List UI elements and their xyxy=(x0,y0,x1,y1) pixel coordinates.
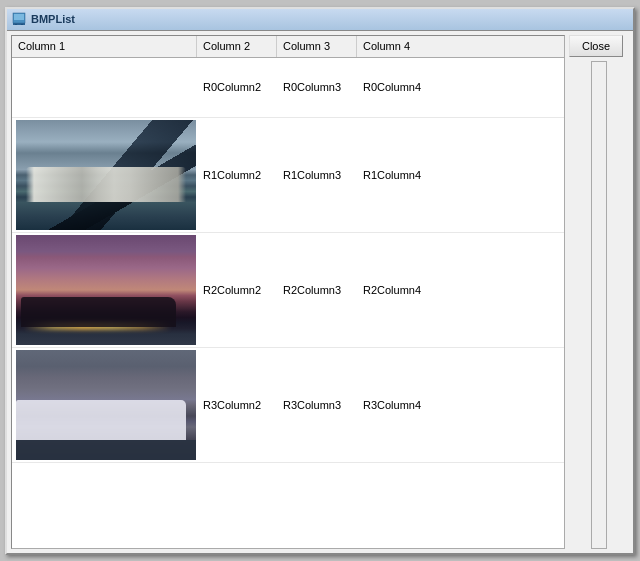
window-title: BMPList xyxy=(31,13,629,25)
row3-col1 xyxy=(12,348,197,462)
row1-col4: R1Column4 xyxy=(357,165,564,185)
bmplist-window: BMPList Column 1 Column 2 Column 3 Colum… xyxy=(5,7,635,555)
table-row: R0Column2 R0Column3 R0Column4 xyxy=(12,58,564,118)
row2-image xyxy=(16,235,196,345)
table-row: R2Column2 R2Column3 R2Column4 xyxy=(12,233,564,348)
list-body[interactable]: R0Column2 R0Column3 R0Column4 R1Column2 … xyxy=(12,58,564,548)
close-button[interactable]: Close xyxy=(569,35,623,57)
svg-rect-2 xyxy=(13,23,25,25)
table-row: R1Column2 R1Column3 R1Column4 xyxy=(12,118,564,233)
row3-image xyxy=(16,350,196,460)
row3-col3: R3Column3 xyxy=(277,395,357,415)
title-bar: BMPList xyxy=(7,9,633,31)
row2-col1 xyxy=(12,233,197,347)
row1-image xyxy=(16,120,196,230)
row2-col3: R2Column3 xyxy=(277,280,357,300)
header-col4: Column 4 xyxy=(357,36,564,57)
row1-col1 xyxy=(12,118,197,232)
content-area: Column 1 Column 2 Column 3 Column 4 R0Co… xyxy=(7,31,633,553)
row2-col2: R2Column2 xyxy=(197,280,277,300)
row0-col1 xyxy=(12,85,197,89)
header-col2: Column 2 xyxy=(197,36,277,57)
row0-col4: R0Column4 xyxy=(357,77,564,97)
table-header: Column 1 Column 2 Column 3 Column 4 xyxy=(12,36,564,58)
row1-col3: R1Column3 xyxy=(277,165,357,185)
row3-col4: R3Column4 xyxy=(357,395,564,415)
window-icon xyxy=(11,11,27,27)
svg-rect-4 xyxy=(21,24,23,25)
side-scrollbar[interactable] xyxy=(591,61,607,549)
svg-rect-3 xyxy=(15,24,17,25)
row2-col4: R2Column4 xyxy=(357,280,564,300)
row3-col2: R3Column2 xyxy=(197,395,277,415)
row0-col3: R0Column3 xyxy=(277,77,357,97)
table-row: R3Column2 R3Column3 R3Column4 xyxy=(12,348,564,463)
header-col1: Column 1 xyxy=(12,36,197,57)
row0-col2: R0Column2 xyxy=(197,77,277,97)
row1-col2: R1Column2 xyxy=(197,165,277,185)
right-panel: Close xyxy=(569,35,629,549)
svg-rect-1 xyxy=(14,14,24,20)
header-col3: Column 3 xyxy=(277,36,357,57)
list-panel: Column 1 Column 2 Column 3 Column 4 R0Co… xyxy=(11,35,565,549)
